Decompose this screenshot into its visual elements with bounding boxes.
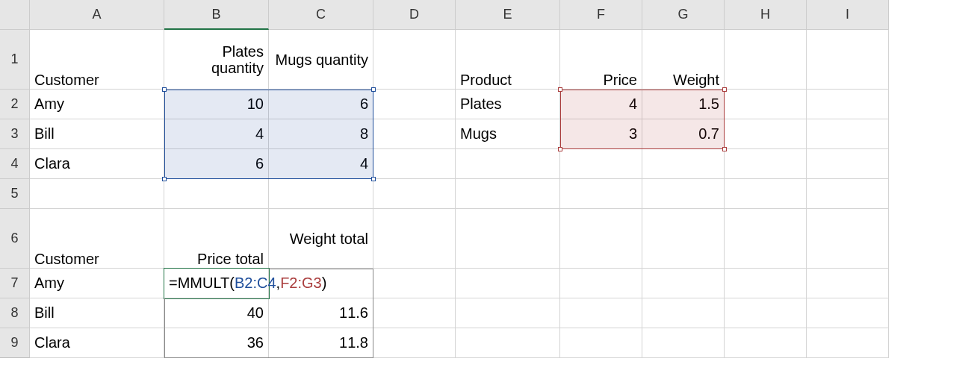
cell-D9[interactable] [373,328,456,358]
cell-G7[interactable] [642,269,725,298]
cell-C9[interactable]: 11.8 [269,328,373,358]
cell-H2[interactable] [725,90,807,119]
cell-C4[interactable]: 4 [269,149,373,179]
cell-B3[interactable]: 4 [164,119,269,149]
cell-G3[interactable]: 0.7 [642,119,725,149]
cell-F7[interactable] [560,269,642,298]
row-header-9[interactable]: 9 [0,328,30,358]
cell-C3[interactable]: 8 [269,119,373,149]
cell-C1[interactable]: Mugs quantity [269,30,373,90]
cell-B6[interactable]: Price total [164,209,269,269]
cell-C2[interactable]: 6 [269,90,373,119]
cell-D5[interactable] [373,179,456,209]
cell-H5[interactable] [725,179,807,209]
cell-F2[interactable]: 4 [560,90,642,119]
range-handle[interactable] [162,177,167,181]
cell-H8[interactable] [725,298,807,328]
row-header-2[interactable]: 2 [0,90,30,119]
col-header-I[interactable]: I [807,0,889,30]
cell-G2[interactable]: 1.5 [642,90,725,119]
cell-D4[interactable] [373,149,456,179]
cell-E9[interactable] [456,328,560,358]
cell-G5[interactable] [642,179,725,209]
cell-G6[interactable] [642,209,725,269]
cell-I9[interactable] [807,328,889,358]
cell-I7[interactable] [807,269,889,298]
cell-H3[interactable] [725,119,807,149]
col-header-D[interactable]: D [373,0,456,30]
row-header-7[interactable]: 7 [0,269,30,298]
cell-G9[interactable] [642,328,725,358]
cell-E7[interactable] [456,269,560,298]
cell-F4[interactable] [560,149,642,179]
cell-A7[interactable]: Amy [30,269,164,298]
cell-H9[interactable] [725,328,807,358]
row-header-3[interactable]: 3 [0,119,30,149]
cell-H1[interactable] [725,30,807,90]
cell-D3[interactable] [373,119,456,149]
row-header-1[interactable]: 1 [0,30,30,90]
cell-D1[interactable] [373,30,456,90]
cell-D2[interactable] [373,90,456,119]
cell-A4[interactable]: Clara [30,149,164,179]
cell-B4[interactable]: 6 [164,149,269,179]
cell-D7[interactable] [373,269,456,298]
cell-A8[interactable]: Bill [30,298,164,328]
cell-C8[interactable]: 11.6 [269,298,373,328]
col-header-C[interactable]: C [269,0,373,30]
cell-E2[interactable]: Plates [456,90,560,119]
cell-H6[interactable] [725,209,807,269]
cell-I6[interactable] [807,209,889,269]
cell-B7-formula[interactable]: =MMULT(B2:C4,F2:G3) [164,269,269,298]
cell-A1[interactable]: Customer [30,30,164,90]
cell-H4[interactable] [725,149,807,179]
cell-G8[interactable] [642,298,725,328]
cell-A3[interactable]: Bill [30,119,164,149]
range-handle[interactable] [162,87,167,92]
cell-C6[interactable]: Weight total [269,209,373,269]
cell-I5[interactable] [807,179,889,209]
cell-B1[interactable]: Plates quantity [164,30,269,90]
cell-H7[interactable] [725,269,807,298]
cell-I4[interactable] [807,149,889,179]
col-header-E[interactable]: E [456,0,560,30]
spreadsheet-grid[interactable]: A B C D E F G H I 1 Customer Plates quan… [0,0,980,358]
cell-A9[interactable]: Clara [30,328,164,358]
cell-E6[interactable] [456,209,560,269]
cell-D6[interactable] [373,209,456,269]
cell-A5[interactable] [30,179,164,209]
row-header-8[interactable]: 8 [0,298,30,328]
cell-I8[interactable] [807,298,889,328]
cell-E1[interactable]: Product [456,30,560,90]
cell-A6[interactable]: Customer [30,209,164,269]
cell-I1[interactable] [807,30,889,90]
range-handle[interactable] [558,147,562,151]
row-header-6[interactable]: 6 [0,209,30,269]
cell-G4[interactable] [642,149,725,179]
cell-F6[interactable] [560,209,642,269]
row-header-5[interactable]: 5 [0,179,30,209]
cell-G1[interactable]: Weight [642,30,725,90]
cell-F3[interactable]: 3 [560,119,642,149]
row-header-4[interactable]: 4 [0,149,30,179]
cell-E3[interactable]: Mugs [456,119,560,149]
cell-B9[interactable]: 36 [164,328,269,358]
range-handle[interactable] [722,87,727,92]
cell-B2[interactable]: 10 [164,90,269,119]
range-handle[interactable] [371,177,376,181]
cell-F5[interactable] [560,179,642,209]
cell-I2[interactable] [807,90,889,119]
cell-F8[interactable] [560,298,642,328]
cell-C5[interactable] [269,179,373,209]
cell-F1[interactable]: Price [560,30,642,90]
range-handle[interactable] [558,87,562,92]
cell-I3[interactable] [807,119,889,149]
corner-cell[interactable] [0,0,30,30]
col-header-F[interactable]: F [560,0,642,30]
cell-A2[interactable]: Amy [30,90,164,119]
col-header-H[interactable]: H [725,0,807,30]
cell-E4[interactable] [456,149,560,179]
range-handle[interactable] [722,147,727,151]
cell-D8[interactable] [373,298,456,328]
col-header-G[interactable]: G [642,0,725,30]
